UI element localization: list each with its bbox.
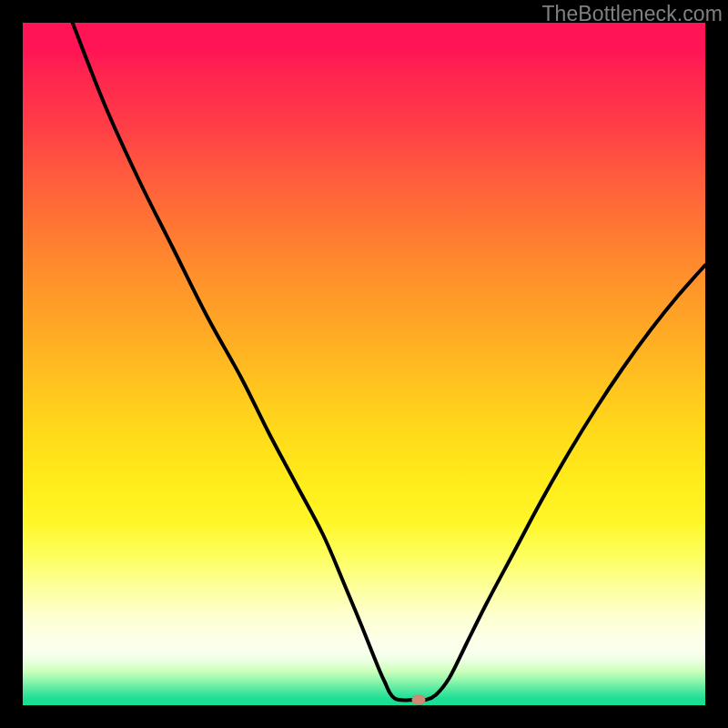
attribution-label: TheBottleneck.com [541, 2, 723, 26]
curve-layer [23, 23, 705, 705]
bottleneck-curve [73, 23, 705, 701]
plot-area [23, 23, 705, 705]
chart-frame: TheBottleneck.com [0, 0, 728, 728]
min-marker [412, 695, 426, 705]
